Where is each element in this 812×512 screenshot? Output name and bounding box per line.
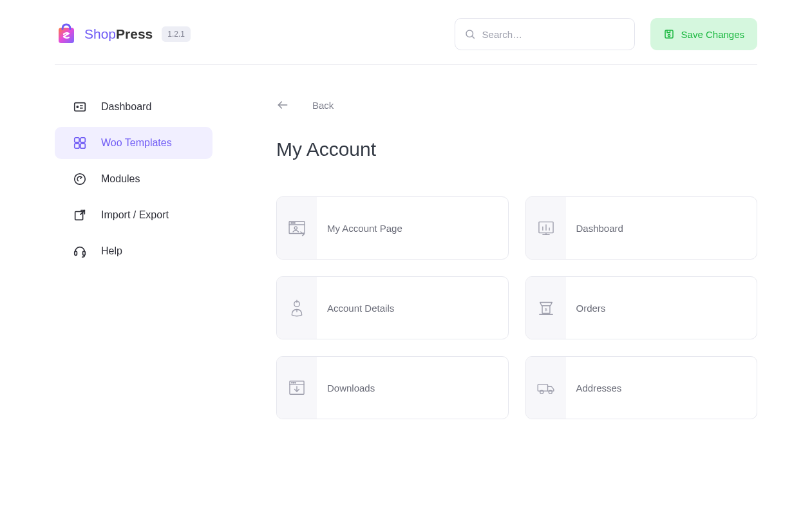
save-changes-button[interactable]: Save Changes xyxy=(650,18,757,50)
svg-point-20 xyxy=(292,223,293,223)
back-button[interactable]: Back xyxy=(276,99,757,111)
addresses-icon xyxy=(535,377,557,399)
help-icon xyxy=(73,244,87,258)
search-input[interactable] xyxy=(482,29,625,40)
svg-point-39 xyxy=(295,383,296,383)
card-dashboard[interactable]: Dashboard xyxy=(525,196,758,260)
svg-point-0 xyxy=(466,30,473,37)
modules-icon xyxy=(73,172,87,186)
orders-icon: $ xyxy=(535,297,557,319)
svg-rect-8 xyxy=(75,138,79,142)
brand-name-b: Press xyxy=(116,26,153,41)
account-page-icon xyxy=(286,217,308,239)
sidebar-item-dashboard[interactable]: Dashboard xyxy=(55,91,212,123)
main-content: Back My Account xyxy=(261,91,757,419)
card-orders[interactable]: $ Orders xyxy=(525,276,758,339)
svg-point-19 xyxy=(291,223,292,223)
card-label: Addresses xyxy=(566,383,622,393)
svg-point-37 xyxy=(292,383,292,383)
sidebar-item-label: Help xyxy=(101,245,122,257)
svg-rect-14 xyxy=(75,251,77,255)
templates-icon xyxy=(73,136,87,150)
back-label: Back xyxy=(312,100,334,111)
svg-point-38 xyxy=(293,383,294,383)
sidebar-item-help[interactable]: Help xyxy=(55,235,212,267)
svg-rect-10 xyxy=(75,144,79,148)
sidebar: Dashboard Woo Templates xyxy=(55,91,261,419)
sidebar-item-woo-templates[interactable]: Woo Templates xyxy=(55,127,212,159)
page-title: My Account xyxy=(276,138,757,160)
svg-point-21 xyxy=(294,223,295,223)
card-addresses[interactable]: Addresses xyxy=(525,356,758,419)
card-label: Orders xyxy=(566,303,606,314)
card-label: Downloads xyxy=(317,383,375,393)
card-label: My Account Page xyxy=(317,223,402,234)
svg-rect-4 xyxy=(75,103,86,111)
downloads-icon xyxy=(286,377,308,399)
svg-line-1 xyxy=(472,36,474,38)
svg-point-22 xyxy=(294,227,297,229)
svg-rect-41 xyxy=(538,384,547,391)
import-export-icon xyxy=(73,208,87,222)
brand: ShopPress 1.2.1 xyxy=(55,23,191,46)
search-box[interactable] xyxy=(455,18,635,50)
svg-point-12 xyxy=(75,174,86,185)
card-label: Account Details xyxy=(317,303,394,314)
svg-text:$: $ xyxy=(545,307,547,312)
sidebar-item-label: Modules xyxy=(101,173,140,185)
logo-icon xyxy=(55,23,78,46)
sidebar-item-modules[interactable]: Modules xyxy=(55,163,212,195)
sidebar-item-label: Woo Templates xyxy=(101,137,172,149)
card-downloads[interactable]: Downloads xyxy=(276,356,509,419)
svg-point-5 xyxy=(77,106,78,108)
dashboard-icon xyxy=(73,100,87,114)
card-label: Dashboard xyxy=(566,223,623,234)
logo: ShopPress xyxy=(55,23,153,46)
svg-rect-9 xyxy=(80,138,85,142)
arrow-left-icon xyxy=(276,99,289,111)
cards-grid: My Account Page Dashboard xyxy=(276,196,757,419)
svg-rect-15 xyxy=(83,251,86,255)
sidebar-item-label: Import / Export xyxy=(101,209,169,221)
brand-name: ShopPress xyxy=(84,26,153,42)
save-button-label: Save Changes xyxy=(681,29,744,40)
chart-dashboard-icon xyxy=(535,217,557,239)
brand-name-a: Shop xyxy=(84,26,116,41)
sidebar-item-import-export[interactable]: Import / Export xyxy=(55,199,212,231)
svg-point-3 xyxy=(668,35,670,37)
sidebar-item-label: Dashboard xyxy=(101,101,151,113)
card-account-details[interactable]: Account Details xyxy=(276,276,509,339)
search-icon xyxy=(464,28,476,40)
version-badge: 1.2.1 xyxy=(162,26,191,42)
save-icon xyxy=(663,28,675,40)
svg-rect-11 xyxy=(80,144,85,148)
header: ShopPress 1.2.1 xyxy=(55,0,757,65)
card-my-account-page[interactable]: My Account Page xyxy=(276,196,509,260)
account-details-icon xyxy=(286,297,308,319)
